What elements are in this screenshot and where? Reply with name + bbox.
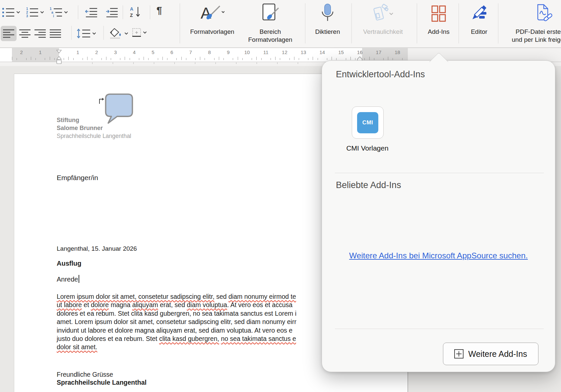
divider xyxy=(459,3,459,43)
decrease-indent-icon xyxy=(85,7,97,17)
numbered-list-button[interactable]: 123 xyxy=(26,7,44,17)
shading-button[interactable] xyxy=(109,28,128,39)
divider xyxy=(123,5,123,19)
signature-line: Sprachheilschule Langenthal xyxy=(57,378,147,386)
chevron-down-icon[interactable] xyxy=(40,11,44,14)
dictate-button[interactable]: Diktieren xyxy=(308,0,347,46)
logo-line-1: Stiftung xyxy=(57,116,131,124)
misspelled-text: diam nonumy eirmod te xyxy=(228,293,296,300)
svg-text:A: A xyxy=(201,4,211,22)
borders-button[interactable] xyxy=(132,28,147,37)
date-line: Langenthal, 15. Januar 2026 xyxy=(57,245,137,252)
line-spacing-button[interactable] xyxy=(77,29,96,38)
pilcrow-icon: ¶ xyxy=(156,5,162,15)
ruler-tick xyxy=(364,58,365,60)
align-right-button[interactable] xyxy=(34,29,46,38)
increase-indent-button[interactable] xyxy=(105,7,118,17)
ruler-tick xyxy=(139,58,139,60)
chevron-down-icon[interactable] xyxy=(64,11,68,14)
add-ins-button[interactable]: Add-Ins xyxy=(419,0,459,46)
pdf-share-button[interactable]: PDF-Datei erstellen und per Link freigeb… xyxy=(503,0,561,46)
ruler-tick xyxy=(238,57,238,60)
body-text: invidunt ut labore et dolore magna aliqu… xyxy=(57,327,292,334)
default-tab-mark xyxy=(133,62,134,64)
ruler-tick xyxy=(176,58,177,60)
body-paragraph: Lorem ipsum dolor sit amet, consetetur s… xyxy=(57,293,296,352)
svg-text:1: 1 xyxy=(26,7,28,11)
closing-block: Freundliche Grüsse Sprachheilschule Lang… xyxy=(57,370,147,386)
cmi-addin-button[interactable]: CMI xyxy=(352,106,384,139)
salutation-line: Anrede xyxy=(57,275,79,283)
bullet-list-button[interactable] xyxy=(2,7,20,17)
ruler-number: 10 xyxy=(244,49,250,55)
ruler-number: 2 xyxy=(95,49,98,55)
chevron-down-icon[interactable] xyxy=(92,32,96,35)
ruler-tick xyxy=(350,57,351,60)
styles-button-label: Formatvorlagen xyxy=(186,28,239,36)
editor-button-label: Editor xyxy=(459,28,499,36)
ruler-tick xyxy=(336,58,337,60)
divider xyxy=(103,26,104,40)
paragraph-line: justo duo dolores et ea rebum. Stet clit… xyxy=(57,335,296,343)
misspelled-text: diam voluptua xyxy=(187,301,227,308)
ruler-tick xyxy=(144,57,144,60)
align-center-icon xyxy=(19,29,31,38)
chevron-down-icon[interactable] xyxy=(16,11,20,14)
default-tab-mark xyxy=(92,62,93,64)
chevron-down-icon[interactable] xyxy=(143,31,147,34)
chevron-down-icon[interactable] xyxy=(124,32,128,35)
add-ins-grid-icon xyxy=(431,5,446,22)
default-tab-mark xyxy=(216,62,216,64)
more-add-ins-button[interactable]: Weitere Add-Ins xyxy=(443,343,538,365)
logo-line-2: Salome Brunner xyxy=(57,124,131,132)
ruler-tick xyxy=(256,57,257,60)
styles-pane-button[interactable]: Bereich Formatvorlagen xyxy=(244,0,297,46)
justify-icon xyxy=(50,29,61,38)
svg-text:a: a xyxy=(51,11,53,14)
divider xyxy=(305,3,305,43)
sort-button[interactable]: AZ xyxy=(130,6,141,18)
ruler-tick xyxy=(83,58,83,60)
increase-indent-icon xyxy=(105,7,118,17)
paragraph-line: dolores et ea rebum. Stet clita kasd gub… xyxy=(57,310,296,318)
multilevel-list-button[interactable]: 1ai xyxy=(50,7,68,17)
pdf-share-label-line1: PDF-Datei erstellen xyxy=(503,28,561,36)
body-text: erat, sed xyxy=(158,301,187,308)
pdf-link-icon xyxy=(534,4,552,23)
ruler-tick xyxy=(130,58,130,60)
default-tab-mark xyxy=(298,62,298,64)
ruler-tick xyxy=(223,58,224,60)
align-left-button[interactable] xyxy=(1,26,17,41)
ruler-number: 3 xyxy=(114,49,117,55)
logo-line-3: Sprachheilschule Langenthal xyxy=(57,132,131,140)
justify-button[interactable] xyxy=(50,29,61,38)
editor-button[interactable]: Editor xyxy=(459,0,499,46)
ruler-tick xyxy=(158,58,158,60)
ruler-tick xyxy=(214,58,215,60)
ruler-number: 11 xyxy=(263,49,269,55)
ruler-number: 8 xyxy=(208,49,211,55)
body-text: et xyxy=(82,301,91,308)
align-center-button[interactable] xyxy=(19,29,31,38)
ruler-tick xyxy=(45,58,45,60)
more-add-ins-label: Weitere Add-Ins xyxy=(468,349,527,359)
tab-stop-marker[interactable] xyxy=(99,99,100,104)
divider xyxy=(71,26,72,40)
numbered-list-icon: 123 xyxy=(26,7,38,17)
bullet-list-icon xyxy=(2,7,15,17)
ruler-tick xyxy=(87,57,88,60)
styles-button[interactable]: A Formatvorlagen xyxy=(186,0,239,46)
ruler-tick xyxy=(275,57,276,60)
appsource-link[interactable]: Weitere Add-Ins bei Microsoft AppSource … xyxy=(322,251,555,260)
misspelled-text: Lorem ipsum dolor sit amet, consetetur s… xyxy=(57,293,215,300)
divider xyxy=(150,5,150,19)
ruler-tick xyxy=(369,57,370,60)
svg-text:Z: Z xyxy=(130,13,133,18)
show-paragraph-marks-button[interactable]: ¶ xyxy=(156,5,162,15)
default-tab-mark xyxy=(154,62,154,64)
left-indent-markers[interactable] xyxy=(56,49,62,65)
ruler-tick xyxy=(26,58,27,60)
sensitivity-icon xyxy=(372,4,394,24)
decrease-indent-button[interactable] xyxy=(85,7,97,17)
ruler-number: 4 xyxy=(133,49,136,55)
